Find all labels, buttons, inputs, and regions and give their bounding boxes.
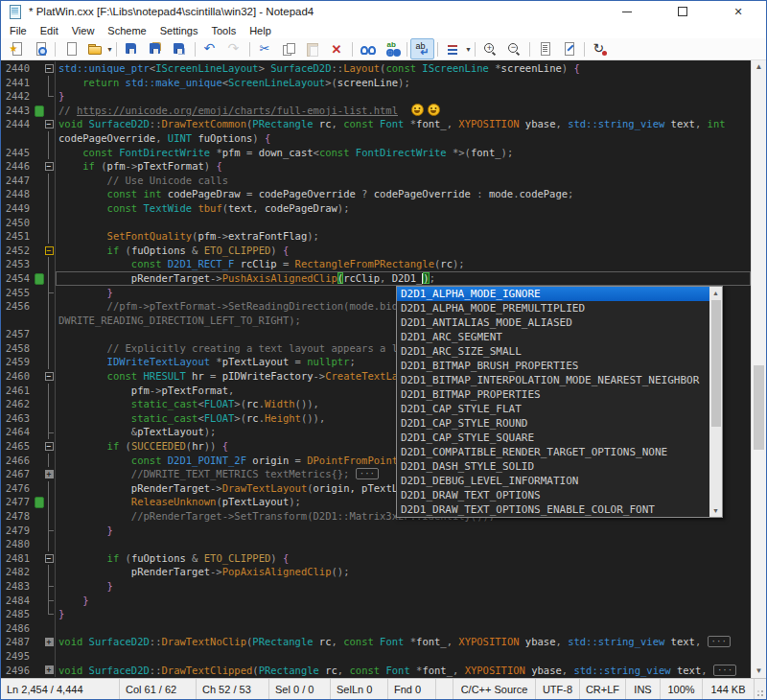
line-number[interactable]: 2466 [1,454,34,468]
bookmark-margin[interactable] [34,467,43,481]
line-number[interactable]: 2478 [1,509,34,524]
code-line[interactable]: 2487+void SurfaceD2D::DrawTextNoClip(PRe… [1,635,751,649]
bookmark-margin[interactable] [34,607,43,621]
autocomplete-item[interactable]: D2D1_ARC_SEGMENT [397,330,709,344]
line-number[interactable]: 2455 [1,286,34,300]
fold-margin[interactable] [43,495,56,509]
delete-button[interactable] [325,38,349,59]
fold-margin[interactable] [43,384,56,398]
bookmark-margin[interactable] [34,481,43,496]
fold-collapse-icon[interactable]: − [45,120,54,128]
fold-margin[interactable]: − [43,551,56,566]
fold-margin[interactable] [43,314,56,328]
dropdown-arrow-icon[interactable]: ▼ [465,46,472,53]
menu-item-edit[interactable]: Edit [34,24,65,37]
replace-button[interactable] [380,38,404,59]
line-number[interactable]: 2458 [1,341,34,356]
status-line[interactable]: Ln 2,454 / 4,444 [1,679,120,699]
autocomplete-item[interactable]: D2D1_BITMAP_BRUSH_PROPERTIES [397,359,709,373]
fold-margin[interactable] [43,131,56,146]
bookmark-margin[interactable] [34,509,43,524]
fold-ellipsis-box[interactable]: ··· [708,636,731,647]
scrollbar-thumb[interactable] [754,365,764,450]
code-line[interactable]: 2447 // Use Unicode calls [1,174,751,188]
fold-margin[interactable] [43,481,56,496]
fold-collapse-icon[interactable]: − [45,246,54,255]
fold-margin[interactable] [43,649,56,664]
fold-margin[interactable] [43,76,56,90]
cut-button[interactable] [253,38,277,59]
bookmark-margin[interactable] [34,411,43,426]
fold-margin[interactable] [43,607,56,621]
fold-expand-icon[interactable]: + [45,638,54,646]
vertical-scrollbar[interactable]: ▲ ▼ [751,60,766,678]
fold-collapse-icon[interactable]: − [45,442,54,451]
bookmark-margin[interactable] [34,216,43,230]
copy-button[interactable] [277,38,301,59]
word-wrap-button[interactable] [410,38,434,59]
bookmark-margin[interactable] [34,495,43,509]
status-column[interactable]: Col 61 / 62 [120,679,197,699]
fold-collapse-icon[interactable]: − [45,64,54,73]
code-line[interactable]: 2446− if (pfm->pTextFormat) { [1,159,751,174]
line-number[interactable]: 2477 [1,495,34,509]
autocomplete-item[interactable]: D2D1_BITMAP_PROPERTIES [397,387,709,402]
bookmark-margin[interactable] [34,187,43,201]
bookmark-margin[interactable] [34,257,43,271]
autocomplete-item[interactable]: D2D1_DASH_STYLE_SOLID [397,459,709,474]
line-number[interactable]: 2495 [1,649,34,664]
dropdown-arrow-icon[interactable]: ▼ [106,46,113,53]
status-file-size[interactable]: 144 KB [703,679,755,699]
fold-collapse-icon[interactable]: − [45,554,54,563]
line-number[interactable]: 2463 [1,411,34,426]
bookmark-margin[interactable] [34,397,43,411]
bookmark-margin[interactable] [34,286,43,300]
line-number[interactable] [1,131,34,146]
line-number[interactable]: 2465 [1,439,34,454]
fold-margin[interactable] [43,89,56,104]
bookmark-margin[interactable] [34,271,43,286]
scroll-up-arrow-icon[interactable]: ▲ [752,60,766,74]
bookmark-margin[interactable] [34,524,43,538]
line-number[interactable]: 2480 [1,537,34,551]
code-line[interactable]: 2452− if (fuOptions & ETO_CLIPPED) { [1,244,751,258]
fold-margin[interactable]: + [43,664,56,678]
status-overtype[interactable]: INS [626,679,661,699]
fold-margin[interactable]: − [43,439,56,454]
line-number[interactable]: 2447 [1,174,34,188]
menu-item-help[interactable]: Help [243,24,278,37]
menu-item-settings[interactable]: Settings [153,24,205,37]
autocomplete-item[interactable]: D2D1_BITMAP_INTERPOLATION_MODE_NEAREST_N… [397,373,709,387]
menu-item-tools[interactable]: Tools [204,24,243,37]
fold-margin[interactable] [43,579,56,594]
status-zoom[interactable]: 100% [661,679,703,699]
code-line[interactable]: 2485} [1,607,751,621]
fold-margin[interactable] [43,299,56,314]
bookmark-margin[interactable] [34,299,43,314]
fold-margin[interactable] [43,397,56,411]
bookmark-margin[interactable] [34,355,43,369]
line-number[interactable]: 2456 [1,299,34,314]
code-line[interactable]: 2453 const D2D1_RECT_F rcClip = Rectangl… [1,257,751,271]
line-number[interactable]: 2481 [1,551,34,566]
fold-margin[interactable]: − [43,369,56,384]
bookmark-margin[interactable] [34,61,43,76]
autocomplete-item[interactable]: D2D1_DEBUG_LEVEL_INFORMATION [397,474,709,488]
bookmark-margin[interactable] [34,76,43,90]
bookmark-margin[interactable] [34,146,43,160]
line-number[interactable] [1,314,34,328]
code-line[interactable]: 2450 [1,216,751,230]
fold-margin[interactable] [43,341,56,356]
autocomplete-item[interactable]: D2D1_ARC_SIZE_SMALL [397,344,709,359]
line-number[interactable]: 2467 [1,467,34,481]
fold-collapse-icon[interactable]: − [45,162,54,171]
edit-document-button[interactable] [557,38,581,59]
status-encoding[interactable]: UTF-8 [536,679,580,699]
line-number[interactable]: 2461 [1,384,34,398]
line-number[interactable]: 2483 [1,579,34,594]
fold-margin[interactable] [43,454,56,468]
bookmark-margin[interactable] [34,594,43,608]
save-button[interactable] [120,38,144,59]
line-number[interactable]: 2443 [1,104,34,118]
bookmark-margin[interactable] [34,131,43,146]
